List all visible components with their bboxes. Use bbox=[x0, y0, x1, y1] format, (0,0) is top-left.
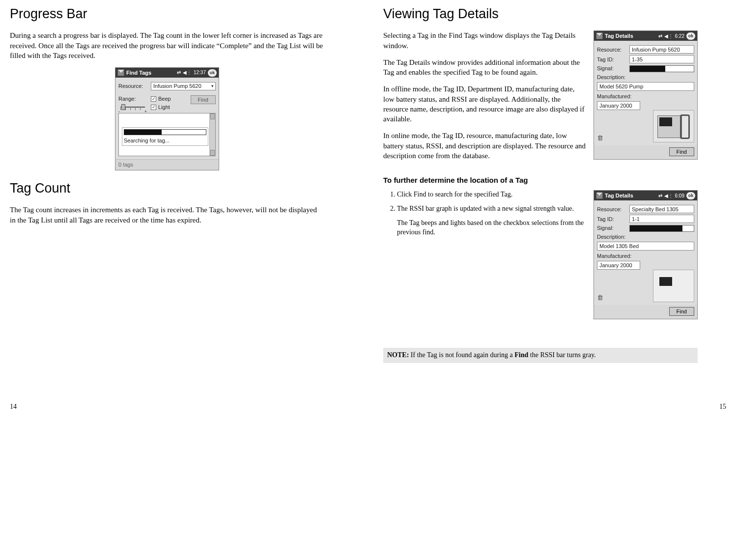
signal-label: Signal: bbox=[597, 224, 626, 232]
description-field[interactable]: Model 1305 Bed bbox=[597, 242, 694, 251]
window-title: Tag Details bbox=[605, 192, 656, 199]
signal-bar bbox=[629, 65, 694, 72]
resource-label: Resource: bbox=[597, 46, 626, 54]
resource-label: Resource: bbox=[597, 206, 626, 213]
ok-button[interactable]: ok bbox=[208, 69, 217, 77]
connectivity-icon: ⇄ bbox=[177, 69, 181, 76]
windows-icon bbox=[596, 192, 603, 199]
description-label: Description: bbox=[597, 74, 694, 81]
signal-bar bbox=[629, 225, 694, 232]
window-title: Find Tags bbox=[126, 69, 175, 77]
beep-label: Beep bbox=[158, 95, 171, 103]
light-label: Light bbox=[158, 104, 170, 111]
paragraph-progress: During a search a progress bar is displa… bbox=[10, 30, 324, 60]
status-text: Searching for tag... bbox=[124, 137, 206, 144]
range-slider[interactable]: - + bbox=[118, 103, 147, 112]
resource-field[interactable]: Specialty Bed 1305 bbox=[629, 205, 694, 213]
tags-listbox[interactable]: Searching for tag... bbox=[118, 113, 216, 156]
trash-icon[interactable]: 🗑 bbox=[597, 293, 603, 302]
left-column: Progress Bar During a search a progress … bbox=[10, 5, 324, 363]
find-button[interactable]: Find bbox=[669, 147, 694, 156]
screenshot-tag-details-2: Tag Details ⇄ ◀⋮ 6:09 ok Resource: Speci… bbox=[594, 190, 698, 319]
note-label: NOTE: bbox=[387, 351, 409, 359]
page-number-left: 14 bbox=[10, 402, 17, 412]
right-column: Viewing Tag Details Tag Details ⇄ ◀⋮ 6:2… bbox=[383, 5, 698, 363]
windows-icon bbox=[596, 32, 603, 39]
speaker-icon: ◀⋮ bbox=[664, 33, 673, 40]
resource-label: Resource: bbox=[118, 83, 148, 90]
window-title: Tag Details bbox=[605, 32, 656, 40]
screenshot-find-tags: Find Tags ⇄ ◀⋮ 12:37 ok Resource: Infusi… bbox=[115, 67, 219, 170]
titlebar: Find Tags ⇄ ◀⋮ 12:37 ok bbox=[115, 68, 219, 78]
heading-viewing-tag-details: Viewing Tag Details bbox=[383, 5, 698, 23]
note-find-word: Find bbox=[514, 351, 528, 359]
find-button[interactable]: Find bbox=[191, 95, 216, 104]
description-label: Description: bbox=[597, 233, 694, 241]
windows-icon bbox=[117, 69, 124, 76]
tag-id-field[interactable]: 1-35 bbox=[629, 55, 694, 63]
screenshot-tag-details-1: Tag Details ⇄ ◀⋮ 6:22 ok Resource: Infus… bbox=[594, 30, 698, 160]
speaker-icon: ◀⋮ bbox=[664, 193, 673, 199]
trash-icon[interactable]: 🗑 bbox=[597, 134, 603, 142]
titlebar: Tag Details ⇄ ◀⋮ 6:22 ok bbox=[594, 31, 697, 41]
note-text-2: the RSSI bar turns gray. bbox=[528, 351, 596, 359]
speaker-icon: ◀⋮ bbox=[183, 69, 192, 76]
manufactured-field[interactable]: January 2000 bbox=[597, 261, 640, 270]
clock-text: 6:09 bbox=[675, 193, 684, 199]
titlebar: Tag Details ⇄ ◀⋮ 6:09 ok bbox=[594, 191, 697, 200]
tag-id-field[interactable]: 1-1 bbox=[629, 215, 694, 223]
resource-combobox[interactable]: Infusion Pump 5620 bbox=[151, 82, 216, 90]
device-image bbox=[653, 110, 694, 142]
clock-text: 12:37 bbox=[194, 69, 206, 76]
clock-text: 6:22 bbox=[675, 33, 684, 40]
light-checkbox[interactable]: ✓Light bbox=[151, 104, 171, 111]
connectivity-icon: ⇄ bbox=[658, 33, 662, 40]
resource-field[interactable]: Infusion Pump 5620 bbox=[629, 45, 694, 54]
signal-label: Signal: bbox=[597, 65, 626, 72]
note-box: NOTE: If the Tag is not found again duri… bbox=[383, 348, 698, 363]
manufactured-label: Manufactured: bbox=[597, 93, 694, 100]
heading-progress-bar: Progress Bar bbox=[10, 5, 324, 23]
page-number-right: 15 bbox=[719, 402, 726, 412]
find-button[interactable]: Find bbox=[669, 307, 694, 316]
beep-checkbox[interactable]: ✓Beep bbox=[151, 95, 171, 103]
tag-id-label: Tag ID: bbox=[597, 216, 626, 223]
manufactured-label: Manufactured: bbox=[597, 252, 694, 260]
tray: ⇄ ◀⋮ 12:37 ok bbox=[177, 69, 217, 77]
status-bar: 0 tags bbox=[115, 159, 219, 170]
heading-further-determine: To further determine the location of a T… bbox=[383, 175, 698, 185]
connectivity-icon: ⇄ bbox=[658, 193, 662, 199]
range-label: Range: bbox=[118, 95, 148, 103]
scrollbar[interactable] bbox=[209, 113, 215, 156]
ok-button[interactable]: ok bbox=[686, 192, 695, 199]
device-image bbox=[653, 270, 694, 302]
manufactured-field[interactable]: January 2000 bbox=[597, 101, 640, 110]
note-text-1: If the Tag is not found again during a bbox=[409, 351, 514, 359]
page-numbers: 14 15 bbox=[10, 402, 726, 412]
paragraph-tag-count: The Tag count increases in increments as… bbox=[10, 205, 324, 225]
ok-button[interactable]: ok bbox=[686, 32, 695, 40]
description-field[interactable]: Model 5620 Pump bbox=[597, 82, 694, 91]
tag-id-label: Tag ID: bbox=[597, 56, 626, 63]
progress-bar bbox=[124, 129, 206, 135]
heading-tag-count: Tag Count bbox=[10, 179, 324, 197]
